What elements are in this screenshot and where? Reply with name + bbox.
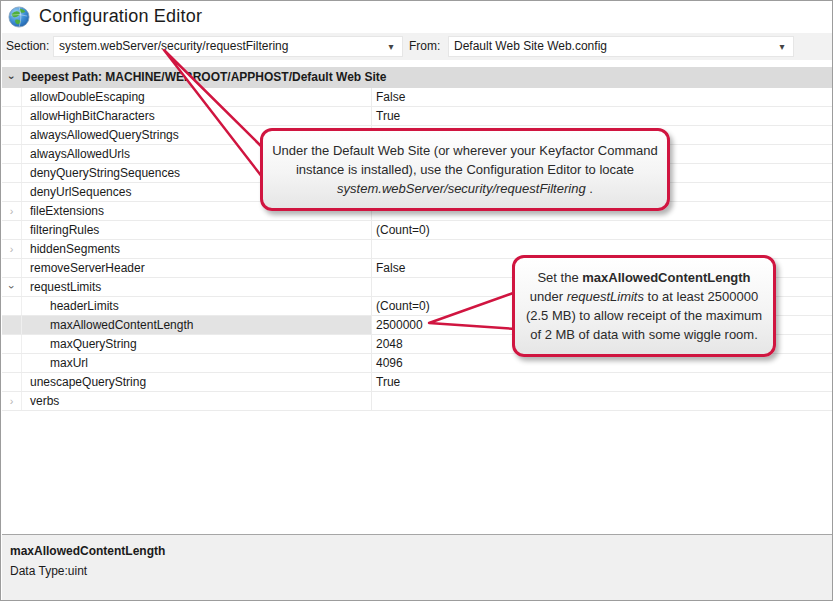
row-gutter — [2, 88, 22, 106]
table-row[interactable]: filteringRules(Count=0) — [2, 221, 833, 240]
chevron-down-icon[interactable]: ▾ — [384, 37, 398, 56]
row-gutter — [2, 183, 22, 201]
callout-text-segment: . — [586, 181, 593, 196]
table-row[interactable]: allowDoubleEscapingFalse — [2, 88, 833, 107]
row-gutter — [2, 335, 22, 353]
callout-text-segment: requestLimits — [567, 289, 644, 304]
property-value: True — [372, 373, 833, 391]
expand-icon[interactable]: › — [2, 202, 22, 220]
annotation-callout-section: Under the Default Web Site (or wherever … — [260, 128, 670, 211]
callout-text-segment: Under the Default Web Site (or wherever … — [272, 143, 658, 177]
expand-icon[interactable]: › — [2, 240, 22, 258]
details-panel: maxAllowedContentLength Data Type:uint — [2, 534, 833, 600]
deepest-path-header[interactable]: › Deepest Path: MACHINE/WEBROOT/APPHOST/… — [2, 67, 833, 88]
property-name: headerLimits — [22, 297, 372, 315]
toolbar: Section: system.webServer/security/reque… — [2, 33, 833, 60]
row-gutter — [2, 316, 22, 334]
from-combobox[interactable]: Default Web Site Web.config ▾ — [448, 36, 794, 57]
chevron-down-icon[interactable]: ▾ — [775, 37, 789, 56]
from-label: From: — [409, 39, 440, 53]
globe-icon — [8, 6, 30, 28]
deepest-path-text: Deepest Path: MACHINE/WEBROOT/APPHOST/De… — [22, 67, 386, 88]
property-name: maxAllowedContentLength — [22, 316, 372, 334]
property-name: maxQueryString — [22, 335, 372, 353]
title-bar: Configuration Editor — [1, 1, 832, 33]
collapse-icon[interactable]: › — [2, 278, 22, 296]
property-name: hiddenSegments — [22, 240, 372, 258]
details-data-type: Data Type:uint — [10, 564, 825, 578]
table-row[interactable]: ›verbs — [2, 392, 833, 411]
page-title: Configuration Editor — [39, 6, 202, 27]
row-gutter — [2, 297, 22, 315]
table-row[interactable]: allowHighBitCharactersTrue — [2, 107, 833, 126]
callout-text-segment: system.webServer/security/requestFilteri… — [337, 181, 586, 196]
row-gutter — [2, 259, 22, 277]
property-value — [372, 392, 833, 410]
callout-text-segment: Set the — [537, 270, 582, 285]
table-row[interactable]: unescapeQueryStringTrue — [2, 373, 833, 392]
property-value: True — [372, 107, 833, 125]
from-combobox-value: Default Web Site Web.config — [454, 39, 607, 53]
section-combobox-value: system.webServer/security/requestFilteri… — [59, 39, 288, 53]
callout-text-segment: maxAllowedContentLength — [582, 270, 750, 285]
property-value: (Count=0) — [372, 221, 833, 239]
property-name: maxUrl — [22, 354, 372, 372]
expand-icon[interactable]: › — [2, 392, 22, 410]
row-gutter — [2, 145, 22, 163]
callout-text-segment: under — [530, 289, 567, 304]
row-gutter — [2, 107, 22, 125]
section-label: Section: — [6, 39, 49, 53]
property-value: False — [372, 88, 833, 106]
details-property-name: maxAllowedContentLength — [10, 544, 825, 558]
property-name: requestLimits — [22, 278, 372, 296]
property-name: verbs — [22, 392, 372, 410]
row-gutter — [2, 126, 22, 144]
configuration-editor-window: Configuration Editor Section: system.web… — [0, 0, 833, 601]
property-name: filteringRules — [22, 221, 372, 239]
section-combobox[interactable]: system.webServer/security/requestFilteri… — [53, 36, 403, 57]
row-gutter — [2, 354, 22, 372]
annotation-callout-maxlength: Set the maxAllowedContentLength under re… — [512, 255, 776, 357]
property-name: removeServerHeader — [22, 259, 372, 277]
row-gutter — [2, 164, 22, 182]
property-name: allowDoubleEscaping — [22, 88, 372, 106]
property-name: allowHighBitCharacters — [22, 107, 372, 125]
collapse-icon[interactable]: › — [2, 67, 22, 88]
row-gutter — [2, 373, 22, 391]
row-gutter — [2, 221, 22, 239]
property-name: unescapeQueryString — [22, 373, 372, 391]
